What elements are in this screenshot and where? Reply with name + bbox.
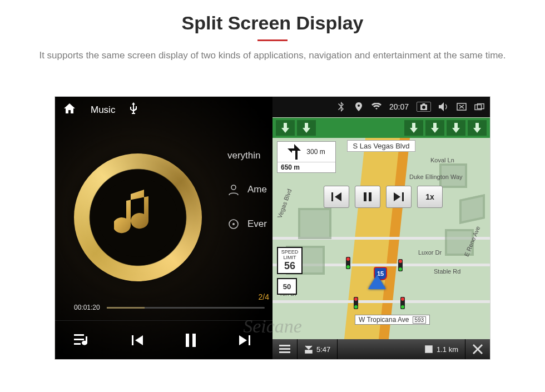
lane-arrow-icon bbox=[404, 120, 423, 136]
wifi-icon bbox=[371, 102, 382, 112]
person-icon bbox=[227, 183, 240, 196]
nav-eta-value: 5:47 bbox=[316, 345, 330, 354]
track-artist-row: Ame bbox=[227, 183, 267, 196]
track-index: 2/4 bbox=[259, 292, 269, 301]
turn-instruction-box: 300 m 650 m bbox=[277, 141, 336, 173]
nav-close-button[interactable] bbox=[465, 344, 490, 354]
elapsed-time: 00:01:20 bbox=[74, 304, 100, 311]
map-label: Luxor Dr bbox=[418, 249, 442, 256]
page-title: Split Screen Display bbox=[0, 12, 545, 34]
sim-pause-button[interactable] bbox=[355, 186, 380, 208]
screenshot-button[interactable] bbox=[417, 102, 431, 112]
svg-rect-6 bbox=[305, 350, 312, 353]
track-artist-text: Ame bbox=[247, 184, 267, 195]
sim-next-button[interactable] bbox=[386, 186, 412, 208]
map-building bbox=[459, 194, 485, 224]
cross-street-name: W Tropicana Ave bbox=[359, 316, 409, 324]
traffic-light-icon bbox=[354, 297, 358, 309]
location-icon bbox=[354, 102, 364, 112]
system-status-bar: 20:07 bbox=[272, 97, 490, 117]
lane-arrow-icon bbox=[425, 120, 444, 136]
nav-bottom-bar: 5:47 1.1 km bbox=[272, 339, 490, 359]
traffic-light-icon bbox=[398, 259, 403, 271]
page-description: It supports the same screen display of t… bbox=[28, 49, 517, 63]
track-album-row: Ever bbox=[227, 218, 267, 230]
map-road bbox=[272, 300, 490, 303]
track-title-row: verythin bbox=[227, 150, 267, 161]
map-label: Stable Rd bbox=[434, 268, 460, 275]
nav-lane-bar bbox=[272, 118, 490, 138]
map-label: Koval Ln bbox=[430, 157, 454, 163]
close-window-icon[interactable] bbox=[457, 102, 467, 112]
status-time: 20:07 bbox=[389, 102, 409, 111]
route-shield: 50 bbox=[277, 278, 297, 295]
previous-button[interactable] bbox=[122, 326, 151, 355]
route-badge: 593 bbox=[413, 316, 427, 324]
music-app-label: Music bbox=[91, 105, 115, 116]
turn-near-distance: 300 m bbox=[306, 148, 325, 156]
lane-arrow-icon bbox=[297, 120, 316, 136]
lane-arrow-icon bbox=[276, 120, 295, 136]
split-screen-icon[interactable] bbox=[474, 102, 484, 112]
volume-icon[interactable] bbox=[439, 102, 449, 112]
device-screenshot: Music verythin Ame bbox=[54, 96, 490, 360]
traffic-light-icon bbox=[400, 297, 405, 309]
sim-prev-button[interactable] bbox=[324, 186, 349, 208]
turn-main-distance: 650 m bbox=[278, 162, 335, 172]
speed-limit-sign: SPEED LIMIT 56 bbox=[277, 247, 303, 274]
vehicle-cursor-icon bbox=[368, 275, 386, 289]
pause-button[interactable] bbox=[176, 326, 205, 355]
speed-limit-label: SPEED LIMIT bbox=[278, 249, 301, 260]
bluetooth-icon bbox=[336, 102, 346, 112]
nav-menu-button[interactable] bbox=[272, 339, 298, 359]
disc-icon bbox=[227, 218, 240, 230]
track-title-text: verythin bbox=[227, 150, 261, 161]
nav-remaining-value: 1.1 km bbox=[437, 345, 458, 354]
title-underline bbox=[257, 39, 288, 41]
nav-eta: 5:47 bbox=[298, 339, 338, 359]
seek-row: 00:01:20 bbox=[74, 304, 265, 311]
usb-icon[interactable] bbox=[130, 102, 137, 117]
queue-button[interactable] bbox=[68, 326, 97, 355]
map-label: Vegas Blvd bbox=[276, 188, 293, 219]
speed-limit-value: 56 bbox=[278, 260, 301, 272]
simulation-controls: 1x bbox=[324, 186, 443, 208]
nav-remaining: 1.1 km bbox=[418, 339, 465, 359]
traffic-light-icon bbox=[346, 257, 350, 269]
music-note-icon bbox=[114, 190, 162, 245]
map-label: Duke Ellington Way bbox=[409, 173, 463, 180]
current-street-label: S Las Vegas Blvd bbox=[347, 140, 416, 152]
map-building bbox=[298, 208, 331, 239]
turn-left-icon bbox=[288, 144, 303, 160]
navigation-app-pane: 20:07 S Las V bbox=[272, 97, 490, 359]
next-button[interactable] bbox=[231, 326, 260, 355]
lane-arrow-icon bbox=[447, 120, 465, 136]
music-app-pane: Music verythin Ame bbox=[55, 97, 272, 359]
track-album-text: Ever bbox=[247, 219, 267, 230]
sim-speed-button[interactable]: 1x bbox=[417, 186, 443, 208]
cross-street-label: W Tropicana Ave 593 bbox=[355, 315, 430, 325]
svg-point-0 bbox=[231, 185, 236, 190]
seek-bar[interactable] bbox=[107, 307, 265, 309]
album-art-ring bbox=[74, 153, 202, 281]
svg-point-2 bbox=[232, 223, 235, 225]
lane-arrow-icon bbox=[468, 120, 487, 136]
home-icon[interactable] bbox=[63, 102, 76, 117]
